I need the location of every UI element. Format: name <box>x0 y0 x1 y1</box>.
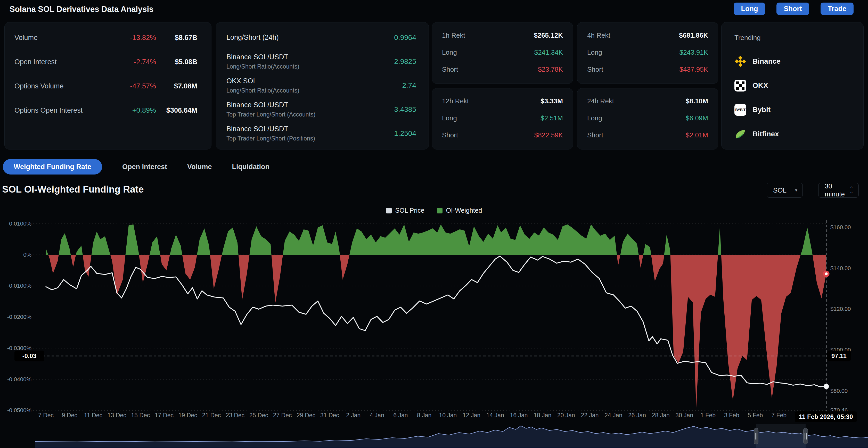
rekt-short-value: $23.78K <box>538 65 563 73</box>
chart-legend: SOL PriceOI-Weighted <box>0 207 868 214</box>
ratio-value: 1.2504 <box>394 129 416 138</box>
rekt-total-value: $265.12K <box>534 31 563 39</box>
tab-volume[interactable]: Volume <box>187 163 212 171</box>
y-axis-left-tick: -0.0100% <box>0 283 31 289</box>
stat-label: Open Interest <box>14 58 107 66</box>
legend-label: OI-Weighted <box>446 207 482 214</box>
rekt-short-row: Short$23.78K <box>442 66 563 73</box>
trending-list: BinanceOKXBYBITBybitBitfinex <box>735 55 853 140</box>
navigator-handle-right[interactable] <box>803 428 808 444</box>
navigator-window[interactable] <box>756 424 806 448</box>
trade-button[interactable]: Trade <box>820 3 854 15</box>
ratio-row: Long/Short (24h)0.9964 <box>226 26 416 50</box>
rekt-long-label: Long <box>442 49 534 57</box>
ratio-row: Binance SOL/USDTTop Trader Long/Short (A… <box>226 97 416 121</box>
stat-change: -47.57% <box>107 82 156 90</box>
ratio-pair-label: Long/Short (24h) <box>226 33 394 41</box>
interval-select[interactable]: 30 minute ⌃⌄ <box>818 183 859 198</box>
ratio-labels: Binance SOL/USDTTop Trader Long/Short (P… <box>226 125 394 142</box>
stat-value: $5.08B <box>156 58 197 66</box>
stat-value: $306.64M <box>156 106 197 115</box>
trending-item-binance[interactable]: Binance <box>735 55 853 68</box>
trending-item-bitfinex[interactable]: Bitfinex <box>735 128 853 140</box>
y-axis-left-tick: 0% <box>0 252 31 258</box>
rekt-long-row: Long$241.34K <box>442 49 563 56</box>
ratio-labels: Binance SOL/USDTTop Trader Long/Short (A… <box>226 101 394 118</box>
ratio-pair-label: Binance SOL/USDT <box>226 125 394 133</box>
rekt-long-label: Long <box>442 114 540 122</box>
rekt-short-value: $822.59K <box>534 131 563 139</box>
rekt-short-label: Short <box>587 131 686 139</box>
rekt-total-row: 4h Rekt$681.86K <box>587 32 708 39</box>
ratio-sub-label: Top Trader Long/Short (Accounts) <box>226 111 394 118</box>
symbol-select[interactable]: SOL ▾ <box>767 183 803 198</box>
legend-item-sol-price[interactable]: SOL Price <box>386 207 425 214</box>
ratio-value: 0.9964 <box>394 33 416 42</box>
bybit-icon: BYBIT <box>735 104 746 116</box>
market-stats-card: Volume-13.82%$8.67BOpen Interest-2.74%$5… <box>4 22 212 150</box>
rekt-short-row: Short$2.01M <box>587 132 708 139</box>
stats-row: Options Open Interest+0.89%$306.64M <box>14 106 197 114</box>
rekt-long-value: $241.34K <box>534 49 563 57</box>
trending-item-label: Bybit <box>752 106 771 114</box>
y-axis-left-tick: -0.0500% <box>0 407 31 414</box>
navigator-canvas[interactable] <box>0 423 868 448</box>
rekt-long-label: Long <box>587 49 680 57</box>
ratio-sub-label: Top Trader Long/Short (Positions) <box>226 135 394 142</box>
rekt-long-value: $6.09M <box>686 114 708 122</box>
chart-canvas[interactable] <box>0 217 868 423</box>
crosshair-date-label: 11 Feb 2026, 05:30 <box>795 411 857 422</box>
stat-value: $8.67B <box>156 34 197 42</box>
rekt-total-row: 1h Rekt$265.12K <box>442 32 563 39</box>
stat-label: Options Open Interest <box>14 106 107 115</box>
rekt-long-label: Long <box>587 114 686 122</box>
symbol-select-value: SOL <box>773 186 786 194</box>
rekt-short-value: $437.95K <box>680 65 708 73</box>
rekt-total-value: $681.86K <box>679 31 708 39</box>
rekt-card: 1h Rekt$265.12KLong$241.34KShort$23.78K <box>432 22 573 84</box>
rekt-long-row: Long$243.91K <box>587 49 708 56</box>
ratio-pair-label: OKX SOL <box>226 77 402 85</box>
ratio-pair-label: Binance SOL/USDT <box>226 53 394 61</box>
ratio-row: OKX SOLLong/Short Ratio(Accounts)2.74 <box>226 73 416 97</box>
trending-title: Trending <box>735 34 853 41</box>
stat-change: -2.74% <box>107 58 156 66</box>
chart-navigator[interactable] <box>0 423 868 448</box>
tab-open-interest[interactable]: Open Interest <box>122 163 167 171</box>
y-axis-left-tick: 0.0100% <box>0 220 31 227</box>
ratio-sub-label: Long/Short Ratio(Accounts) <box>226 63 394 70</box>
short-button[interactable]: Short <box>776 3 809 15</box>
rekt-title: 12h Rekt <box>442 97 540 105</box>
ratio-value: 2.74 <box>402 82 416 90</box>
rekt-short-label: Short <box>442 131 534 139</box>
legend-item-oi-weighted[interactable]: OI-Weighted <box>437 207 482 214</box>
chart-title: SOL OI-Weighted Funding Rate <box>2 184 144 195</box>
funding-rate-chart[interactable]: 0.0100%0%-0.0100%-0.0200%-0.0300%-0.0400… <box>0 217 868 423</box>
crosshair-left-label: -0.03 <box>14 351 44 361</box>
rekt-long-value: $243.91K <box>680 49 708 57</box>
ratio-pair-label: Binance SOL/USDT <box>226 101 394 109</box>
crosshair-right-label: 97.11 <box>827 351 851 361</box>
long-button[interactable]: Long <box>734 3 765 15</box>
bitfinex-icon <box>735 128 746 140</box>
binance-icon <box>735 56 746 67</box>
y-axis-right-tick: $160.00 <box>830 224 851 231</box>
trending-item-okx[interactable]: OKX <box>735 79 853 92</box>
ratio-labels: OKX SOLLong/Short Ratio(Accounts) <box>226 77 402 94</box>
rekt-title: 1h Rekt <box>442 31 534 39</box>
trending-item-bybit[interactable]: BYBITBybit <box>735 103 853 116</box>
rekt-short-value: $2.01M <box>686 131 708 139</box>
ratio-labels: Binance SOL/USDTLong/Short Ratio(Account… <box>226 53 394 70</box>
tab-liquidation[interactable]: Liquidation <box>232 163 270 171</box>
stats-row: Open Interest-2.74%$5.08B <box>14 58 197 66</box>
stepper-icon: ⌃⌄ <box>850 187 853 194</box>
y-axis-right-tick: $120.00 <box>830 306 851 312</box>
navigator-handle-left[interactable] <box>754 428 758 444</box>
x-axis-tick: 7 Feb <box>761 412 797 419</box>
tab-weighted-funding-rate[interactable]: Weighted Funding Rate <box>3 159 102 174</box>
stat-label: Volume <box>14 34 107 42</box>
header-actions: LongShortTrade <box>734 3 854 15</box>
ratio-labels: Long/Short (24h) <box>226 33 394 41</box>
ratio-value: 3.4385 <box>394 105 416 114</box>
rekt-card: 24h Rekt$8.10MLong$6.09MShort$2.01M <box>577 88 718 150</box>
